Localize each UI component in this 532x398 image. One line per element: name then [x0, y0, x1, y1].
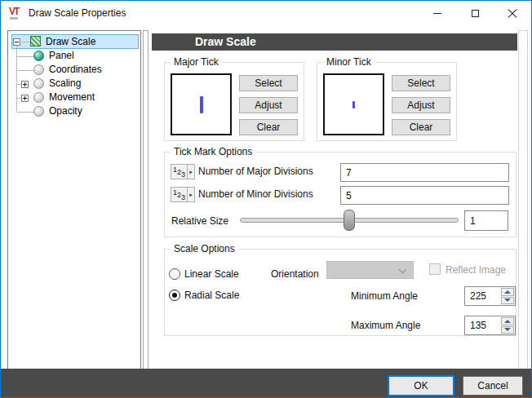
major-tick-preview — [171, 73, 232, 135]
maximize-button[interactable] — [456, 2, 494, 25]
tick-mark-options-group-label: Tick Mark Options — [171, 146, 255, 158]
numeric-123-icon: 123 — [171, 187, 188, 202]
minimum-angle-value[interactable]: 225 — [465, 287, 500, 305]
app-vt-icon-text: VT — [9, 6, 18, 17]
major-divisions-stepper[interactable]: 123 ▸ — [171, 164, 195, 179]
tree-connector-line — [17, 56, 33, 57]
tree-item-coordinates[interactable]: Coordinates — [49, 63, 102, 77]
orientation-label: Orientation — [271, 267, 319, 281]
major-divisions-label: Number of Major Divisions — [198, 164, 313, 179]
relative-size-slider-thumb[interactable] — [344, 210, 355, 231]
tree-item-panel[interactable]: Panel — [49, 49, 74, 63]
major-tick-adjust-button[interactable]: Adjust — [239, 97, 298, 113]
tree-item-movement[interactable]: Movement — [49, 91, 95, 104]
tree-connector-line — [21, 42, 30, 42]
titlebar[interactable]: VT Draw Scale Properties — [1, 1, 531, 26]
arrow-down-icon — [504, 298, 511, 302]
expander-plus-icon[interactable] — [21, 95, 29, 102]
spin-down-button[interactable] — [501, 297, 514, 305]
maximum-angle-label: Maximum Angle — [351, 318, 420, 333]
reflect-image-label: Reflect Image — [446, 263, 506, 276]
arrow-up-icon — [504, 320, 511, 323]
maximize-icon — [472, 10, 479, 17]
right-edge-strip — [518, 30, 528, 369]
tick-mark-options-group: Tick Mark Options 123 ▸ Number of Major … — [164, 152, 516, 237]
maximum-angle-value[interactable]: 135 — [465, 316, 500, 334]
minor-tick-preview — [323, 73, 384, 135]
tree-item-opacity[interactable]: Opacity — [49, 104, 82, 118]
major-tick-group-label: Major Tick — [171, 56, 222, 69]
panel-splitter[interactable] — [143, 30, 149, 369]
relative-size-input[interactable] — [464, 210, 508, 231]
maximum-angle-spinner[interactable]: 135 — [464, 316, 516, 335]
linear-scale-label[interactable]: Linear Scale — [184, 267, 239, 281]
tree-connector-line — [17, 70, 33, 71]
spin-up-button[interactable] — [501, 317, 514, 325]
draw-scale-node-icon — [30, 36, 41, 46]
minimize-icon — [433, 13, 441, 14]
coordinates-status-icon — [33, 64, 44, 75]
major-tick-group: Major Tick Select Adjust Clear — [164, 62, 304, 141]
opacity-status-icon — [33, 106, 44, 117]
panel-status-icon — [33, 51, 44, 61]
ok-button[interactable]: OK — [388, 375, 454, 396]
minor-tick-group: Minor Tick Select Adjust Clear — [317, 62, 457, 141]
close-icon — [508, 9, 517, 19]
minor-tick-group-label: Minor Tick — [323, 56, 375, 69]
expander-minus-icon[interactable] — [13, 38, 20, 46]
reflect-image-checkbox[interactable] — [429, 263, 441, 275]
section-header: Draw Scale — [152, 33, 517, 51]
property-tree: Draw Scale Panel Coordinates Scaling Mov… — [7, 30, 141, 369]
orientation-dropdown[interactable] — [326, 261, 414, 279]
spin-up-button[interactable] — [501, 288, 514, 296]
minor-tick-select-button[interactable]: Select — [392, 75, 450, 91]
minor-divisions-stepper[interactable]: 123 ▸ — [171, 187, 195, 202]
major-tick-clear-button[interactable]: Clear — [239, 119, 298, 135]
major-tick-select-button[interactable]: Select — [239, 75, 298, 91]
numeric-123-icon: 123 — [171, 164, 188, 179]
minimum-angle-spinner[interactable]: 225 — [464, 286, 516, 306]
app-vt-icon: VT — [9, 6, 25, 21]
chevron-down-icon — [399, 266, 407, 274]
stepper-arrow-icon[interactable]: ▸ — [188, 164, 195, 179]
tree-item-draw-scale[interactable]: Draw Scale — [46, 35, 95, 49]
radial-scale-label[interactable]: Radial Scale — [184, 288, 239, 303]
minor-tick-mark-icon — [352, 101, 355, 108]
linear-scale-radio[interactable] — [169, 268, 180, 280]
draw-scale-properties-dialog: VT Draw Scale Properties Draw Scale Pane… — [0, 0, 532, 398]
arrow-down-icon — [504, 328, 511, 331]
relative-size-label: Relative Size — [171, 210, 228, 232]
minor-divisions-label: Number of Minor Divisions — [198, 187, 313, 202]
minimum-angle-label: Minimum Angle — [351, 289, 418, 303]
arrow-up-icon — [504, 290, 511, 294]
minor-tick-clear-button[interactable]: Clear — [392, 119, 450, 135]
spin-down-button[interactable] — [501, 326, 514, 334]
expander-plus-icon[interactable] — [21, 81, 29, 88]
scale-options-group: Scale Options Linear Scale Orientation R… — [164, 249, 516, 336]
major-divisions-input[interactable] — [340, 163, 509, 182]
scaling-status-icon — [33, 78, 44, 89]
window-title: Draw Scale Properties — [29, 1, 126, 26]
minimize-button[interactable] — [419, 2, 456, 25]
minor-tick-adjust-button[interactable]: Adjust — [392, 97, 450, 113]
movement-status-icon — [33, 92, 44, 103]
radial-scale-radio[interactable] — [169, 290, 180, 301]
major-tick-mark-icon — [200, 96, 203, 113]
scale-options-group-label: Scale Options — [171, 243, 238, 255]
stepper-arrow-icon[interactable]: ▸ — [188, 187, 195, 202]
tree-item-scaling[interactable]: Scaling — [49, 77, 81, 91]
close-button[interactable] — [494, 2, 531, 25]
cancel-button[interactable]: Cancel — [463, 376, 523, 396]
minor-divisions-input[interactable] — [340, 186, 509, 205]
tree-connector-line — [17, 112, 33, 113]
